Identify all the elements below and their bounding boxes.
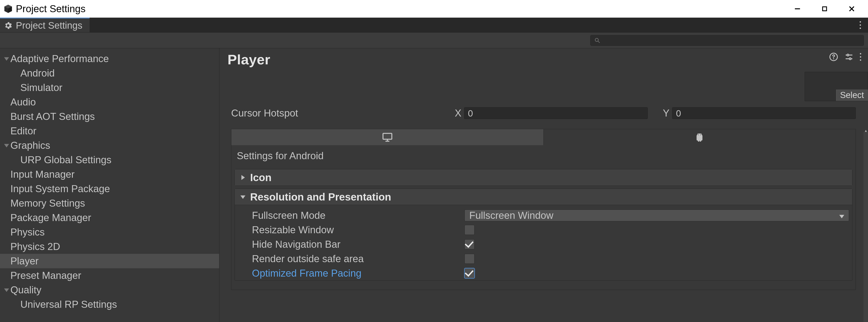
label-optimized-frame-pacing: Optimized Frame Pacing xyxy=(252,267,465,279)
sidebar-item-label: Input Manager xyxy=(10,169,74,180)
minimize-button[interactable] xyxy=(784,0,811,17)
label-render-outside-safe: Render outside safe area xyxy=(252,253,465,264)
monitor-icon xyxy=(381,132,393,143)
cursor-hotspot-x-input[interactable]: 0 xyxy=(464,107,648,119)
caret-down-icon xyxy=(3,287,10,292)
sidebar-item-simulator[interactable]: Simulator xyxy=(0,80,219,95)
sidebar-item-physics[interactable]: Physics xyxy=(0,225,219,239)
platform-tab-android[interactable] xyxy=(544,129,856,145)
dropdown-fullscreen-mode[interactable]: Fullscreen Window xyxy=(465,210,849,221)
sidebar-item-memory-settings[interactable]: Memory Settings xyxy=(0,196,219,210)
svg-point-22 xyxy=(701,134,701,135)
gear-icon xyxy=(4,21,13,30)
sidebar-item-label: URP Global Settings xyxy=(20,154,112,166)
svg-marker-23 xyxy=(241,175,245,180)
sidebar-item-physics-2d[interactable]: Physics 2D xyxy=(0,239,219,254)
sidebar-item-package-manager[interactable]: Package Manager xyxy=(0,210,219,225)
sidebar-item-burst-aot[interactable]: Burst AOT Settings xyxy=(0,109,219,124)
maximize-button[interactable] xyxy=(811,0,838,17)
panel-icon-header[interactable]: Icon xyxy=(235,169,852,186)
checkbox-resizable-window[interactable] xyxy=(465,225,474,235)
caret-down-icon xyxy=(3,143,10,148)
row-hide-nav-bar: Hide Navigation Bar xyxy=(238,237,849,252)
content-scrollbar[interactable] xyxy=(864,132,868,322)
panel-resolution-header[interactable]: Resolution and Presentation xyxy=(235,189,852,205)
sidebar-item-label: Editor xyxy=(10,125,36,137)
kebab-icon xyxy=(860,53,861,61)
platform-subtitle: Settings for Android xyxy=(231,145,856,167)
sidebar-item-android[interactable]: Android xyxy=(0,66,219,80)
panel-resolution: Resolution and Presentation Fullscreen M… xyxy=(235,188,852,281)
checkbox-optimized-frame-pacing[interactable] xyxy=(465,268,474,278)
header-context-menu-button[interactable] xyxy=(860,53,861,61)
sidebar-item-label: Physics 2D xyxy=(10,241,60,252)
checkbox-hide-nav-bar[interactable] xyxy=(465,239,474,249)
settings-content: Player Select ▴ xyxy=(219,48,868,322)
sidebar-item-label: Memory Settings xyxy=(10,198,85,209)
sidebar-item-input-manager[interactable]: Input Manager xyxy=(0,167,219,182)
tab-context-menu-button[interactable] xyxy=(856,17,865,32)
sidebar-item-editor[interactable]: Editor xyxy=(0,124,219,138)
svg-rect-4 xyxy=(823,7,827,11)
sidebar-item-label: Physics xyxy=(10,226,45,238)
sidebar-item-player[interactable]: Player xyxy=(0,254,219,268)
checkbox-render-outside-safe[interactable] xyxy=(465,254,474,264)
settings-toolbar xyxy=(0,33,868,48)
window-titlebar: Project Settings xyxy=(0,0,868,17)
sidebar-item-audio[interactable]: Audio xyxy=(0,95,219,109)
svg-marker-10 xyxy=(4,144,9,147)
platform-tabs xyxy=(231,129,856,145)
sidebar-item-urp-global[interactable]: URP Global Settings xyxy=(0,153,219,167)
select-button[interactable]: Select xyxy=(836,90,868,101)
texture-object-field[interactable]: Select xyxy=(805,72,868,101)
preset-button[interactable] xyxy=(844,52,854,62)
tab-label: Project Settings xyxy=(16,20,82,31)
cursor-hotspot-y-input[interactable]: 0 xyxy=(672,107,856,119)
sidebar-item-label: Input System Package xyxy=(10,183,110,194)
sidebar-item-label: Android xyxy=(20,68,55,79)
android-icon xyxy=(694,132,705,143)
sidebar-item-label: Graphics xyxy=(10,140,50,151)
sidebar-item-universal-rp[interactable]: Universal RP Settings xyxy=(0,297,219,312)
search-input[interactable] xyxy=(603,36,860,45)
label-resizable-window: Resizable Window xyxy=(252,224,465,236)
row-render-outside-safe: Render outside safe area xyxy=(238,252,849,266)
sidebar-item-preset-manager[interactable]: Preset Manager xyxy=(0,268,219,283)
caret-down-icon xyxy=(240,194,246,200)
help-icon xyxy=(829,52,838,62)
sidebar-item-label: Universal RP Settings xyxy=(20,299,117,310)
sidebar-item-label: Adaptive Performance xyxy=(10,53,109,64)
platform-tab-standalone[interactable] xyxy=(231,129,544,145)
dropdown-value: Fullscreen Window xyxy=(469,210,553,221)
page-title: Player xyxy=(227,51,270,68)
cursor-hotspot-y-label: Y xyxy=(658,107,672,119)
caret-right-icon xyxy=(240,175,246,180)
cursor-hotspot-row: Cursor Hotspot X 0 Y 0 xyxy=(219,107,868,119)
unity-app-icon xyxy=(3,4,13,14)
sidebar-item-adaptive-performance[interactable]: Adaptive Performance xyxy=(0,51,219,66)
panel-resolution-title: Resolution and Presentation xyxy=(250,191,391,203)
sidebar-item-quality[interactable]: Quality xyxy=(0,283,219,297)
row-optimized-frame-pacing: Optimized Frame Pacing xyxy=(238,266,849,281)
caret-down-icon xyxy=(3,56,10,61)
svg-rect-18 xyxy=(383,133,392,139)
svg-point-7 xyxy=(595,38,598,41)
sidebar-item-input-system[interactable]: Input System Package xyxy=(0,182,219,196)
svg-marker-11 xyxy=(4,288,9,292)
svg-point-17 xyxy=(849,58,851,60)
tab-project-settings[interactable]: Project Settings xyxy=(0,17,90,32)
svg-marker-25 xyxy=(839,215,844,218)
search-field[interactable] xyxy=(590,35,864,46)
sliders-icon xyxy=(844,52,854,62)
window-title: Project Settings xyxy=(16,3,86,14)
help-button[interactable] xyxy=(829,52,838,62)
sidebar-item-label: Audio xyxy=(10,97,36,108)
cursor-hotspot-x-label: X xyxy=(451,107,464,119)
close-button[interactable] xyxy=(838,0,865,17)
svg-marker-9 xyxy=(4,57,9,61)
search-icon xyxy=(594,37,600,44)
sidebar-item-graphics[interactable]: Graphics xyxy=(0,138,219,153)
kebab-icon xyxy=(860,21,861,29)
label-fullscreen-mode: Fullscreen Mode xyxy=(252,210,465,221)
label-hide-nav-bar: Hide Navigation Bar xyxy=(252,239,465,250)
